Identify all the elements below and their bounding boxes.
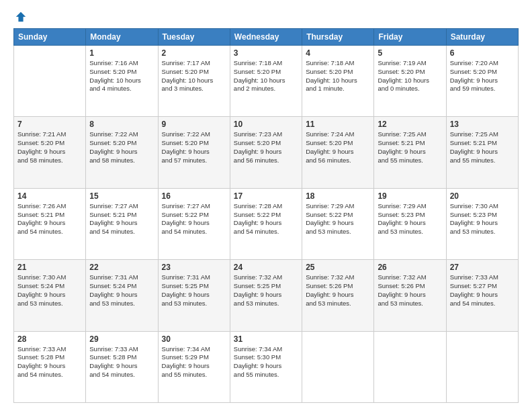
day-number: 2 [162,48,226,58]
calendar-cell: 25Sunrise: 7:32 AM Sunset: 5:26 PM Dayli… [302,260,374,331]
calendar-cell: 20Sunrise: 7:30 AM Sunset: 5:23 PM Dayli… [446,188,518,259]
calendar-cell [302,331,374,402]
calendar-cell: 3Sunrise: 7:18 AM Sunset: 5:20 PM Daylig… [230,46,302,117]
logo-icon [15,11,27,23]
calendar-cell: 27Sunrise: 7:33 AM Sunset: 5:27 PM Dayli… [446,260,518,331]
calendar-cell: 6Sunrise: 7:20 AM Sunset: 5:20 PM Daylig… [446,46,518,117]
cell-info: Sunrise: 7:33 AM Sunset: 5:28 PM Dayligh… [17,345,82,379]
calendar-cell: 7Sunrise: 7:21 AM Sunset: 5:20 PM Daylig… [14,117,86,188]
day-number: 14 [17,191,82,201]
calendar-cell: 4Sunrise: 7:18 AM Sunset: 5:20 PM Daylig… [302,46,374,117]
cell-info: Sunrise: 7:20 AM Sunset: 5:20 PM Dayligh… [450,59,515,93]
cell-info: Sunrise: 7:30 AM Sunset: 5:24 PM Dayligh… [17,273,82,308]
calendar-cell: 28Sunrise: 7:33 AM Sunset: 5:28 PM Dayli… [14,331,86,402]
day-number: 17 [234,191,298,201]
cell-info: Sunrise: 7:18 AM Sunset: 5:20 PM Dayligh… [306,59,370,93]
day-number: 4 [306,48,370,58]
calendar-cell: 24Sunrise: 7:32 AM Sunset: 5:25 PM Dayli… [230,260,302,331]
calendar-cell: 17Sunrise: 7:28 AM Sunset: 5:22 PM Dayli… [230,188,302,259]
cell-info: Sunrise: 7:22 AM Sunset: 5:20 PM Dayligh… [89,130,154,165]
header [13,11,519,23]
cell-info: Sunrise: 7:23 AM Sunset: 5:20 PM Dayligh… [234,130,298,165]
cell-info: Sunrise: 7:30 AM Sunset: 5:23 PM Dayligh… [450,202,515,236]
day-number: 16 [162,191,226,201]
day-number: 11 [306,120,370,129]
day-number: 31 [234,334,298,344]
day-number: 19 [378,191,442,201]
calendar-cell: 19Sunrise: 7:29 AM Sunset: 5:23 PM Dayli… [374,188,446,259]
day-number: 27 [450,263,515,272]
calendar-cell: 8Sunrise: 7:22 AM Sunset: 5:20 PM Daylig… [86,117,158,188]
logo [13,11,27,23]
cell-info: Sunrise: 7:33 AM Sunset: 5:28 PM Dayligh… [89,345,154,379]
calendar-week-row: 21Sunrise: 7:30 AM Sunset: 5:24 PM Dayli… [14,260,519,331]
cell-info: Sunrise: 7:34 AM Sunset: 5:29 PM Dayligh… [162,345,226,379]
day-number: 30 [162,334,226,344]
cell-info: Sunrise: 7:31 AM Sunset: 5:25 PM Dayligh… [162,273,226,308]
day-number: 8 [89,120,154,129]
calendar-cell: 9Sunrise: 7:22 AM Sunset: 5:20 PM Daylig… [158,117,230,188]
col-header-monday: Monday [86,29,158,46]
day-number: 5 [378,48,442,58]
day-number: 21 [17,263,82,272]
calendar-cell: 15Sunrise: 7:27 AM Sunset: 5:21 PM Dayli… [86,188,158,259]
day-number: 25 [306,263,370,272]
cell-info: Sunrise: 7:29 AM Sunset: 5:22 PM Dayligh… [306,202,370,236]
calendar-cell: 23Sunrise: 7:31 AM Sunset: 5:25 PM Dayli… [158,260,230,331]
cell-info: Sunrise: 7:26 AM Sunset: 5:21 PM Dayligh… [17,202,82,236]
cell-info: Sunrise: 7:25 AM Sunset: 5:21 PM Dayligh… [450,130,515,165]
day-number: 26 [378,263,442,272]
calendar-cell: 21Sunrise: 7:30 AM Sunset: 5:24 PM Dayli… [14,260,86,331]
cell-info: Sunrise: 7:17 AM Sunset: 5:20 PM Dayligh… [162,59,226,93]
calendar-week-row: 14Sunrise: 7:26 AM Sunset: 5:21 PM Dayli… [14,188,519,259]
calendar-cell: 5Sunrise: 7:19 AM Sunset: 5:20 PM Daylig… [374,46,446,117]
cell-info: Sunrise: 7:31 AM Sunset: 5:24 PM Dayligh… [89,273,154,308]
cell-info: Sunrise: 7:22 AM Sunset: 5:20 PM Dayligh… [162,130,226,165]
calendar-cell [374,331,446,402]
cell-info: Sunrise: 7:27 AM Sunset: 5:21 PM Dayligh… [89,202,154,236]
cell-info: Sunrise: 7:33 AM Sunset: 5:27 PM Dayligh… [450,273,515,308]
day-number: 28 [17,334,82,344]
calendar-cell: 1Sunrise: 7:16 AM Sunset: 5:20 PM Daylig… [86,46,158,117]
calendar-cell: 11Sunrise: 7:24 AM Sunset: 5:20 PM Dayli… [302,117,374,188]
col-header-friday: Friday [374,29,446,46]
cell-info: Sunrise: 7:24 AM Sunset: 5:20 PM Dayligh… [306,130,370,165]
cell-info: Sunrise: 7:16 AM Sunset: 5:20 PM Dayligh… [89,59,154,93]
cell-info: Sunrise: 7:27 AM Sunset: 5:22 PM Dayligh… [162,202,226,236]
col-header-tuesday: Tuesday [158,29,230,46]
day-number: 1 [89,48,154,58]
calendar-week-row: 7Sunrise: 7:21 AM Sunset: 5:20 PM Daylig… [14,117,519,188]
day-number: 22 [89,263,154,272]
day-number: 24 [234,263,298,272]
day-number: 6 [450,48,515,58]
cell-info: Sunrise: 7:32 AM Sunset: 5:26 PM Dayligh… [378,273,442,308]
day-number: 15 [89,191,154,201]
cell-info: Sunrise: 7:25 AM Sunset: 5:21 PM Dayligh… [378,130,442,165]
cell-info: Sunrise: 7:28 AM Sunset: 5:22 PM Dayligh… [234,202,298,236]
calendar-cell: 29Sunrise: 7:33 AM Sunset: 5:28 PM Dayli… [86,331,158,402]
day-number: 12 [378,120,442,129]
day-number: 3 [234,48,298,58]
page: SundayMondayTuesdayWednesdayThursdayFrid… [0,0,532,411]
cell-info: Sunrise: 7:19 AM Sunset: 5:20 PM Dayligh… [378,59,442,93]
day-number: 9 [162,120,226,129]
cell-info: Sunrise: 7:18 AM Sunset: 5:20 PM Dayligh… [234,59,298,93]
cell-info: Sunrise: 7:29 AM Sunset: 5:23 PM Dayligh… [378,202,442,236]
cell-info: Sunrise: 7:21 AM Sunset: 5:20 PM Dayligh… [17,130,82,165]
calendar-cell: 22Sunrise: 7:31 AM Sunset: 5:24 PM Dayli… [86,260,158,331]
calendar-week-row: 1Sunrise: 7:16 AM Sunset: 5:20 PM Daylig… [14,46,519,117]
day-number: 10 [234,120,298,129]
calendar-cell: 13Sunrise: 7:25 AM Sunset: 5:21 PM Dayli… [446,117,518,188]
col-header-saturday: Saturday [446,29,518,46]
calendar-cell: 30Sunrise: 7:34 AM Sunset: 5:29 PM Dayli… [158,331,230,402]
calendar-table: SundayMondayTuesdayWednesdayThursdayFrid… [13,28,519,403]
calendar-cell [14,46,86,117]
svg-marker-0 [16,12,26,21]
col-header-sunday: Sunday [14,29,86,46]
cell-info: Sunrise: 7:32 AM Sunset: 5:26 PM Dayligh… [306,273,370,308]
col-header-wednesday: Wednesday [230,29,302,46]
day-number: 18 [306,191,370,201]
cell-info: Sunrise: 7:34 AM Sunset: 5:30 PM Dayligh… [234,345,298,379]
day-number: 20 [450,191,515,201]
calendar-cell: 16Sunrise: 7:27 AM Sunset: 5:22 PM Dayli… [158,188,230,259]
